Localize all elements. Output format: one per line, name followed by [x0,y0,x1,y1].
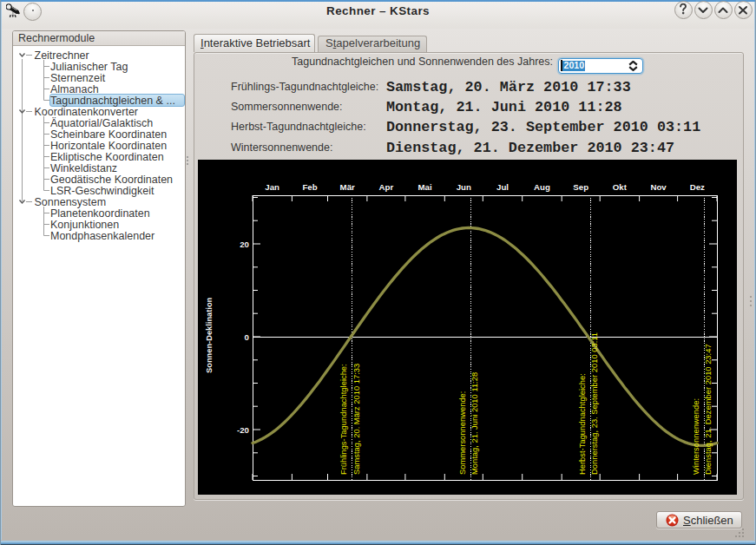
svg-text:Sep: Sep [573,182,588,192]
svg-text:Dienstag, 21. Dezember 2010 23: Dienstag, 21. Dezember 2010 23:47 [703,344,713,475]
svg-text:Donnerstag, 23. September 2010: Donnerstag, 23. September 2010 03:11 [589,332,599,475]
svg-text:Jul: Jul [496,182,509,192]
svg-text:Montag, 21. Juni 2010 11:28: Montag, 21. Juni 2010 11:28 [470,372,479,475]
svg-text:Frühlings-Tagundnachtgleiche:: Frühlings-Tagundnachtgleiche: [339,364,348,475]
svg-text:Apr: Apr [379,182,394,192]
svg-text:Herbst-Tagundnachtgleiche:: Herbst-Tagundnachtgleiche: [577,373,587,475]
svg-text:Dez: Dez [690,182,705,192]
svg-text:Sommersonnenwende:: Sommersonnenwende: [457,391,467,475]
svg-text:Okt: Okt [613,182,628,192]
svg-text:Aug: Aug [534,182,550,192]
svg-text:20: 20 [240,240,249,249]
svg-text:Wintersonnenwende:: Wintersonnenwende: [691,398,700,475]
svg-text:0: 0 [245,332,249,342]
svg-text:Mär: Mär [340,182,355,192]
svg-text:Samstag, 20. März 2010 17:33: Samstag, 20. März 2010 17:33 [352,364,361,475]
svg-text:-20: -20 [237,425,249,435]
svg-text:Feb: Feb [302,182,317,192]
svg-text:Mai: Mai [418,182,432,192]
svg-text:Sonnen-Deklination: Sonnen-Deklination [205,297,214,373]
svg-text:Jan: Jan [265,182,279,192]
svg-text:Nov: Nov [650,182,667,192]
svg-text:Jun: Jun [457,182,471,192]
